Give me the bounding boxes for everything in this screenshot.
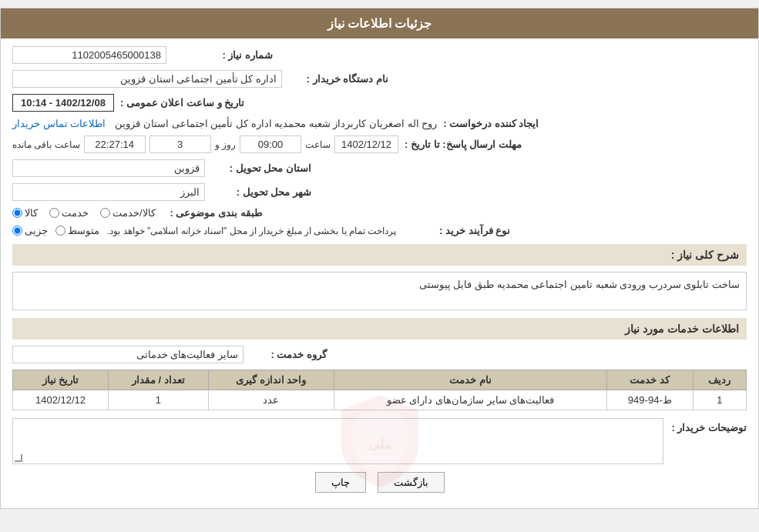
page-title: جزئیات اطلاعات نیاز xyxy=(327,17,432,30)
col-service-name: نام خدمت xyxy=(334,370,607,390)
col-row-number: ردیف xyxy=(693,370,746,390)
services-section-header: اطلاعات خدمات مورد نیاز xyxy=(12,318,747,340)
category-option-kala-khedmat[interactable]: کالا/خدمت xyxy=(100,207,156,219)
buyer-org-value: اداره کل تأمین اجتماعی استان قزوین xyxy=(12,70,282,88)
category-radio-group: کالا/خدمت خدمت کالا xyxy=(12,207,156,219)
process-option-medium[interactable]: متوسط xyxy=(55,225,99,236)
table-cell: 1 xyxy=(693,390,746,410)
creator-label: ایجاد کننده درخواست : xyxy=(443,118,539,129)
table-cell: عدد xyxy=(208,390,334,410)
category-label: طبقه بندی موضوعی : xyxy=(162,207,262,219)
announcement-label: تاریخ و ساعت اعلان عمومی : xyxy=(120,97,244,109)
category-option-khedmat-label: خدمت xyxy=(62,207,89,219)
page-wrapper: جزئیات اطلاعات نیاز شماره نیاز : 1102005… xyxy=(0,8,759,509)
process-option-partial-label: جزیی xyxy=(25,225,48,236)
city-value: البرز xyxy=(12,183,205,201)
creator-value: روح اله اصغریان کاربرداز شعبه محمدیه ادا… xyxy=(115,118,437,129)
table-cell: 1402/12/12 xyxy=(13,390,109,410)
buyer-notes-box[interactable] xyxy=(12,418,663,464)
deadline-row: مهلت ارسال پاسخ: تا تاریخ : 1402/12/12 س… xyxy=(12,136,747,153)
group-label: گروه خدمت : xyxy=(250,349,327,360)
group-row: گروه خدمت : سایر فعالیت‌های خدماتی xyxy=(12,346,747,363)
city-label: شهر محل تحویل : xyxy=(211,186,311,198)
process-label: نوع فرآیند خرید : xyxy=(410,225,510,236)
category-radio-kala[interactable] xyxy=(12,208,22,218)
group-value: سایر فعالیت‌های خدماتی xyxy=(12,346,243,363)
page-header: جزئیات اطلاعات نیاز xyxy=(1,8,758,38)
process-row: نوع فرآیند خرید : پرداخت تمام یا بخشی از… xyxy=(12,225,747,236)
description-value: ساخت تابلوی سردرب ورودی شعبه تامین اجتما… xyxy=(419,279,740,290)
col-unit: واحد اندازه گیری xyxy=(208,370,334,390)
announcement-row: تاریخ و ساعت اعلان عمومی : 1402/12/08 - … xyxy=(12,94,747,112)
city-row: شهر محل تحویل : البرز xyxy=(12,183,747,201)
table-cell: 1 xyxy=(108,390,208,410)
buyer-org-row: نام دستگاه خریدار : اداره کل تأمین اجتما… xyxy=(12,70,747,88)
col-service-code: کد خدمت xyxy=(607,370,694,390)
creator-contact-link[interactable]: اطلاعات تماس خریدار xyxy=(12,118,106,129)
province-label: استان محل تحویل : xyxy=(211,162,311,174)
announcement-date: 1402/12/08 - 10:14 xyxy=(12,94,114,112)
buyer-notes-label: توضیحات خریدار : xyxy=(670,422,747,433)
process-option-medium-label: متوسط xyxy=(68,225,99,236)
print-button[interactable]: چاپ xyxy=(315,472,366,493)
category-option-khedmat[interactable]: خدمت xyxy=(49,207,89,219)
process-option-partial[interactable]: جزیی xyxy=(12,225,48,236)
content-area: شماره نیاز : 1102005465000138 نام دستگاه… xyxy=(1,38,758,508)
province-row: استان محل تحویل : قزوین xyxy=(12,159,747,177)
creator-row: ایجاد کننده درخواست : روح اله اصغریان کا… xyxy=(12,118,747,129)
deadline-days-label: روز و xyxy=(215,139,236,150)
process-radio-group: پرداخت تمام یا بخشی از مبلغ خریدار از مح… xyxy=(12,225,404,236)
buyer-org-label: نام دستگاه خریدار : xyxy=(288,73,388,85)
col-quantity: تعداد / مقدار xyxy=(108,370,208,390)
table-cell: ط-94-949 xyxy=(607,390,694,410)
deadline-remaining-label: ساعت باقی مانده xyxy=(12,139,80,150)
services-table: ردیف کد خدمت نام خدمت واحد اندازه گیری ت… xyxy=(12,370,747,410)
deadline-time-left: 22:27:14 xyxy=(84,136,146,153)
category-option-kala[interactable]: کالا xyxy=(12,207,38,219)
table-header-row: ردیف کد خدمت نام خدمت واحد اندازه گیری ت… xyxy=(13,370,747,390)
process-radio-partial[interactable] xyxy=(12,226,22,236)
category-radio-kala-khedmat[interactable] xyxy=(100,208,110,218)
need-number-row: شماره نیاز : 1102005465000138 xyxy=(12,46,747,64)
table-cell: فعالیت‌های سایر سازمان‌های دارای عضو xyxy=(334,390,607,410)
deadline-date: 1402/12/12 xyxy=(334,136,398,153)
deadline-time: 09:00 xyxy=(240,136,301,153)
category-radio-khedmat[interactable] xyxy=(49,208,59,218)
buttons-row: بازگشت چاپ xyxy=(12,472,747,493)
resize-corner xyxy=(15,454,22,462)
process-note: پرداخت تمام یا بخشی از مبلغ خریدار از مح… xyxy=(107,226,396,236)
buyer-notes-row: توضیحات خریدار : xyxy=(12,418,747,464)
need-number-label: شماره نیاز : xyxy=(173,49,273,61)
description-box: ساخت تابلوی سردرب ورودی شعبه تامین اجتما… xyxy=(12,272,747,310)
deadline-label: مهلت ارسال پاسخ: تا تاریخ : xyxy=(405,139,522,150)
process-radio-medium[interactable] xyxy=(55,226,65,236)
need-number-value: 1102005465000138 xyxy=(12,46,166,64)
back-button[interactable]: بازگشت xyxy=(378,472,445,493)
col-date: تاریخ نیاز xyxy=(13,370,109,390)
category-row: طبقه بندی موضوعی : کالا/خدمت خدمت کالا xyxy=(12,207,747,219)
table-row: 1ط-94-949فعالیت‌های سایر سازمان‌های دارا… xyxy=(13,390,747,410)
category-option-kala-label: کالا xyxy=(25,207,38,219)
description-section-header: شرح کلی نیاز : xyxy=(12,244,747,266)
category-option-kala-khedmat-label: کالا/خدمت xyxy=(113,207,156,219)
province-value: قزوین xyxy=(12,159,205,177)
deadline-inner: 1402/12/12 ساعت 09:00 روز و 3 22:27:14 س… xyxy=(12,136,398,153)
deadline-days: 3 xyxy=(149,136,211,153)
deadline-time-label: ساعت xyxy=(305,139,331,150)
